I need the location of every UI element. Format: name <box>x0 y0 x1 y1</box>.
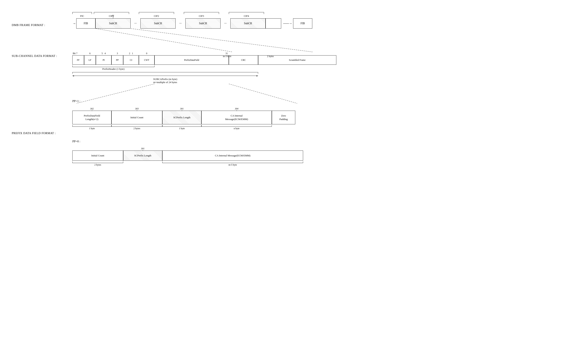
pp1-num-row: 302 303 301 304 <box>72 104 579 110</box>
sc-crc: CRC <box>229 55 258 65</box>
sc-lf: LF <box>84 55 96 65</box>
prefix-label-line1: PREFIX DATA FIELD FORMAT : <box>12 131 72 136</box>
cif3-label: CIF3 <box>184 14 219 18</box>
dmb-gap3: ··· <box>221 22 230 25</box>
sc-ci: CI <box>123 55 139 65</box>
bit-31-label: 31 <box>155 52 229 55</box>
sc-ff: FF <box>72 55 84 65</box>
pp1-cell-ic: Initial Count <box>111 111 162 124</box>
dmb-cell-subch2: SubCH <box>140 18 176 29</box>
pp1-meas-nbyte: n byte <box>201 125 272 130</box>
pp1-cells-row: PrefixDataFieldLength(n+2) Initial Count… <box>72 111 579 124</box>
bit-5-4-label: 5 4 <box>96 52 111 55</box>
pp1-cell-zp: ZeroPadding <box>272 111 295 124</box>
pp0-meas-2bytes: 2 bytes <box>72 162 123 166</box>
prefix-content: PP=1 : 302 303 301 304 <box>72 99 579 166</box>
pp0-cells-row: Initial Count SCPrefix Length CA Interna… <box>72 150 579 161</box>
pp1-meas-2bytes: 2 bytes <box>111 125 162 130</box>
sub-label: SUB-CHANNEL DATA FORMAT : <box>12 48 72 58</box>
dmb-gap1: ··· <box>131 22 140 25</box>
pp1-cell-scp: SCPrefix Length <box>162 111 201 124</box>
subca-prefix-bracket: ◄ ► SUBCAPrefix (m byte) m=multiple of 2… <box>72 72 579 84</box>
cif1-label: CIF1 <box>94 14 129 18</box>
pp1-meas-1byte: 1 byte <box>72 125 111 130</box>
dmb-cell-empty <box>266 18 281 29</box>
cif2-label: CIF2 <box>139 14 174 18</box>
dmb-label: DMB FRAME FORMAT : <box>12 8 72 27</box>
dmb-cell-subch1: SubCH <box>95 18 131 29</box>
pp1-num-303: 303 <box>111 107 162 110</box>
pp0-meas-row: 2 bytes m-5 byte <box>72 162 579 166</box>
prefix-section: PREFIX DATA FIELD FORMAT : PP=1 : 302 30… <box>12 99 579 166</box>
pp1-meas-row: 1 byte 2 bytes 1 byte n byte <box>72 125 579 130</box>
bit-0-label: 0 <box>139 52 155 55</box>
dmb-section: DMB FRAME FORMAT : FIC <box>12 8 579 29</box>
pp1-meas-empty <box>272 125 295 130</box>
bit-6-label: 6 <box>84 52 96 55</box>
pp1-num-302: 302 <box>72 107 111 110</box>
sub-section: SUB-CHANNEL DATA FORMAT : Bit 7 6 5 4 3 … <box>12 48 579 84</box>
bit-2-1-label: 2 1 <box>123 52 139 55</box>
dmb-cell-fib: FIB <box>76 18 95 29</box>
sc-cwt: CWT <box>139 55 155 65</box>
sub-content: Bit 7 6 5 4 3 2 1 0 31 m-3 byte 2 bytes … <box>72 48 579 84</box>
prefix-header-label: PrefixHeader (1 byte) <box>72 67 155 71</box>
dmb-content: FIC CIF1 CIF2 <box>72 8 579 29</box>
prefix-header-bracket: PrefixHeader (1 byte) <box>72 65 579 71</box>
pp0-cell-scp: SCPrefix Length <box>123 150 162 161</box>
pp1-num-301: 301 <box>162 107 201 110</box>
dmb-arrow-left: → <box>72 21 76 26</box>
prefix-label: PREFIX DATA FIELD FORMAT : <box>12 99 72 136</box>
bit-7-label: Bit 7 <box>72 52 84 55</box>
subca-prefix-label: SUBCAPrefix (m byte) m=multiple of 24 by… <box>72 78 258 84</box>
pp0-num-row: 301 <box>72 145 579 150</box>
pp0-meas-empty <box>123 162 162 166</box>
pp1-num-304: 304 <box>201 107 272 110</box>
dmb-gap2: ··· <box>176 22 185 25</box>
pp0-num-301: 301 <box>123 147 162 150</box>
pp0-meas-m5byte: m-5 byte <box>162 162 303 166</box>
dmb-right-section: → FIB <box>283 18 312 29</box>
pp0-cell-ic: Initial Count <box>72 150 123 161</box>
cif4-label: CIF4 <box>229 14 264 18</box>
pp1-meas-1byte-2: 1 byte <box>162 125 201 130</box>
bit-labels-row: Bit 7 6 5 4 3 2 1 0 31 m-3 byte 2 bytes <box>72 48 579 55</box>
dmb-cell-fib-right: FIB <box>293 18 312 29</box>
dmb-cell-subch3: SubCH <box>185 18 221 29</box>
sc-pdf: PrefixDataField <box>155 55 229 65</box>
bit-3-label: 3 <box>111 52 123 55</box>
diagram-container: DMB FRAME FORMAT : FIC <box>12 8 579 166</box>
sc-pp: PP <box>111 55 123 65</box>
pp1-cell-pdfl: PrefixDataFieldLength(n+2) <box>72 111 111 124</box>
pp1-label: PP=1 : <box>72 99 579 103</box>
pp0-cell-caim: CA Internal Message(ECM/EMM) <box>162 150 303 161</box>
dmb-cell-subch4: SubCH <box>230 18 266 29</box>
pp0-label: PP=0 : <box>72 140 579 143</box>
sub-cells-row: FF LF PI PP CI CWT PrefixDataField CRC S… <box>72 55 579 65</box>
pp1-cell-caim: CA InternalMessage(ECM/EMM) <box>201 111 272 124</box>
pp0-section: PP=0 : 301 Initial Count SCPrefix Length… <box>72 140 579 166</box>
fic-label: FIC <box>72 14 92 18</box>
sc-pi: PI <box>96 55 111 65</box>
